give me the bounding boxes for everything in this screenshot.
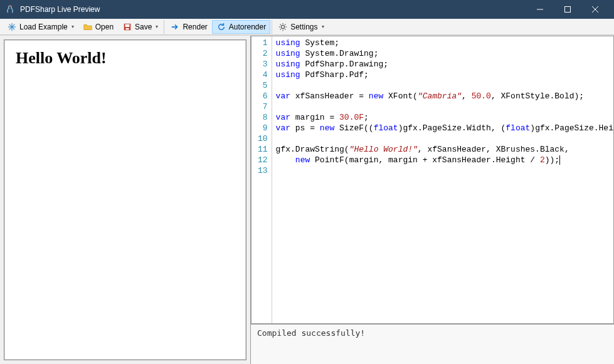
window-controls [526,0,609,19]
line-number: 6 [258,91,268,101]
svg-line-18 [285,29,285,29]
toolbar-separator [164,20,164,34]
line-number: 7 [258,101,268,112]
svg-rect-2 [565,7,571,13]
save-button[interactable]: Save ▾ [118,20,162,34]
button-label: Load Example [19,23,68,31]
refresh-icon [216,22,226,32]
button-label: Render [183,23,207,31]
code-editor[interactable]: 12345678910111213 using System;using Sys… [251,36,614,324]
svg-line-19 [285,24,285,24]
button-label: Open [95,23,114,31]
gear-icon [278,22,288,32]
button-label: Settings [290,23,317,31]
output-panel: Compiled successfully! [251,324,614,364]
line-number: 1 [258,38,268,48]
close-button[interactable] [581,0,609,19]
code-line[interactable]: gfx.DrawString("Hello World!", xfSansHea… [276,144,610,155]
code-line[interactable]: using PdfSharp.Pdf; [276,70,610,80]
code-area[interactable]: using System;using System.Drawing;using … [272,36,613,323]
code-line[interactable]: new PointF(margin, margin + xfSansHeader… [276,155,610,165]
svg-rect-11 [125,28,129,29]
code-line[interactable]: using PdfSharp.Drawing; [276,59,610,70]
code-line[interactable]: var margin = 30.0F; [276,112,610,123]
line-number: 2 [258,48,268,59]
open-button[interactable]: Open [78,20,118,34]
snowflake-icon [7,22,17,32]
preview-heading: Hello World! [16,49,235,68]
toolbar-separator [272,20,272,34]
arrow-right-icon [170,22,180,32]
line-number: 10 [258,133,268,144]
save-icon [122,22,132,32]
line-number: 3 [258,59,268,70]
preview-pane: Hello World! [0,36,251,364]
line-number: 4 [258,70,268,80]
minimize-button[interactable] [526,0,554,19]
code-line[interactable] [276,101,610,112]
content-area: Hello World! 12345678910111213 using Sys… [0,35,614,364]
code-line[interactable]: var ps = new SizeF((float)gfx.PageSize.W… [276,123,610,133]
line-number: 8 [258,112,268,123]
app-icon [5,5,15,14]
button-label: Save [135,23,152,31]
code-line[interactable]: using System.Drawing; [276,48,610,59]
svg-line-20 [280,29,281,29]
line-number: 9 [258,123,268,133]
code-line[interactable] [276,80,610,91]
load-example-button[interactable]: Load Example ▾ [3,20,78,34]
render-button[interactable]: Render [166,20,211,34]
titlebar: PDFSharp Live Preview [0,0,614,19]
code-line[interactable]: var xfSansHeader = new XFont("Cambria", … [276,91,610,101]
chevron-down-icon: ▾ [322,24,324,29]
svg-point-0 [9,5,11,7]
line-number: 13 [258,165,268,176]
line-gutter: 12345678910111213 [251,36,272,323]
autorender-button[interactable]: Autorender [212,20,270,34]
output-message: Compiled successfully! [257,328,365,338]
window-title: PDFSharp Live Preview [20,5,526,14]
svg-rect-10 [125,24,130,26]
folder-open-icon [83,22,93,32]
code-line[interactable] [276,133,610,144]
code-line[interactable]: using System; [276,38,610,48]
chevron-down-icon: ▾ [71,24,74,29]
button-label: Autorender [229,23,266,31]
line-number: 5 [258,80,268,91]
settings-button[interactable]: Settings ▾ [273,20,328,34]
app-window: PDFSharp Live Preview Load Example ▾ [0,0,614,364]
chevron-down-icon: ▾ [156,24,158,29]
svg-line-17 [280,24,281,24]
code-line[interactable] [276,165,610,176]
line-number: 12 [258,155,268,165]
svg-point-12 [282,25,285,28]
preview-page: Hello World! [4,39,246,360]
toolbar: Load Example ▾ Open Save ▾ Render [0,19,614,35]
line-number: 11 [258,144,268,155]
editor-pane: 12345678910111213 using System;using Sys… [251,36,614,364]
maximize-button[interactable] [554,0,581,19]
